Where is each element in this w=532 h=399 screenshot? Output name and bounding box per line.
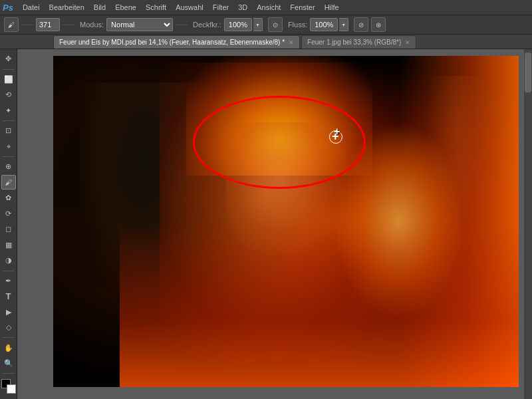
dodge-icon: ◑: [5, 256, 12, 265]
tool-divider5: [3, 337, 15, 338]
fluss-dropdown[interactable]: ▼: [339, 18, 348, 31]
deckraft-input[interactable]: [224, 18, 252, 31]
tablet-pressure-btn[interactable]: ⊘: [354, 17, 368, 32]
magic-wand-icon: ✦: [5, 106, 11, 115]
shape-icon: ◇: [6, 323, 11, 332]
tool-lasso[interactable]: ⟲: [1, 88, 16, 102]
gradient-icon: ▦: [5, 241, 12, 249]
tab-feuer1-label: Feuer 1.jpg bei 33,3% (RGB/8*): [307, 39, 401, 46]
options-toolbar: 🖌 Modus: Normal Deckfkr.: ▼ ⊙ Fluss: ▼ ⊘…: [0, 15, 532, 35]
tool-gradient[interactable]: ▦: [1, 238, 16, 253]
menu-auswahl[interactable]: Auswahl: [172, 2, 207, 13]
menu-bar: Ps Datei Bearbeiten Bild Ebene Schrift A…: [0, 0, 532, 15]
tab-feuer1-close[interactable]: ✕: [405, 39, 410, 46]
face-highlight: [226, 122, 346, 255]
scrollbar-thumb[interactable]: [525, 53, 531, 92]
deckraft-dropdown[interactable]: ▼: [253, 18, 263, 31]
tool-divider: [3, 69, 15, 70]
eyedropper-icon: ⌖: [7, 142, 11, 151]
tool-hand[interactable]: ✋: [1, 340, 16, 355]
tool-panel: ✥ ⬜ ⟲ ✦ ⊡ ⌖ ⊕ 🖌 ✿ ⟳ ◻: [0, 49, 17, 399]
zoom-icon: 🔍: [4, 359, 13, 368]
deckraft-label: Deckfkr.:: [193, 21, 221, 29]
divider3: [176, 25, 188, 25]
tool-healing-brush[interactable]: ⊕: [1, 160, 16, 174]
menu-hilfe[interactable]: Hilfe: [321, 2, 343, 13]
crop-icon: ⊡: [5, 126, 11, 135]
document-tabs: Feuer und Eis by MDI.psd bei 14,1% (Feue…: [0, 35, 532, 49]
tool-eyedropper[interactable]: ⌖: [1, 139, 16, 154]
tablet-angle-btn[interactable]: ⊛: [371, 17, 386, 32]
fluss-input[interactable]: [310, 18, 338, 31]
menu-3d[interactable]: 3D: [234, 2, 251, 13]
color-swatches[interactable]: [1, 379, 16, 394]
tool-magic-wand[interactable]: ✦: [1, 103, 16, 118]
path-selection-icon: ▶: [6, 308, 11, 317]
tool-shape[interactable]: ◇: [1, 321, 16, 335]
divider2: [63, 25, 74, 25]
tool-text[interactable]: T: [1, 289, 16, 304]
menu-datei[interactable]: Datei: [19, 2, 44, 13]
modus-select[interactable]: Normal: [106, 18, 173, 31]
tool-dodge[interactable]: ◑: [1, 253, 16, 268]
tool-divider6: [3, 373, 15, 374]
brush-size-input[interactable]: [36, 18, 60, 31]
hand-icon: ✋: [4, 344, 13, 352]
tab-feuer-eis-close[interactable]: ✕: [289, 39, 294, 46]
tool-move[interactable]: ✥: [1, 52, 16, 66]
move-icon: ✥: [5, 55, 11, 63]
background-color[interactable]: [7, 384, 16, 394]
menu-ebene[interactable]: Ebene: [111, 2, 140, 13]
eraser-icon: ◻: [5, 225, 11, 233]
ps-logo: Ps: [3, 3, 13, 13]
divider: [21, 25, 33, 25]
tool-history-brush[interactable]: ⟳: [1, 207, 16, 221]
tool-path-selection[interactable]: ▶: [1, 305, 16, 319]
menu-fenster[interactable]: Fenster: [286, 2, 319, 13]
text-icon: T: [6, 291, 11, 301]
brush-preset-picker[interactable]: 🖌: [4, 17, 19, 32]
tool-crop[interactable]: ⊡: [1, 124, 16, 138]
clone-stamp-icon: ✿: [5, 194, 11, 202]
menu-filter[interactable]: Filter: [209, 2, 233, 13]
tool-divider2: [3, 120, 15, 121]
lasso-icon: ⟲: [5, 90, 11, 99]
tool-divider3: [3, 156, 15, 157]
tab-feuer1[interactable]: Feuer 1.jpg bei 33,3% (RGB/8*) ✕: [301, 35, 416, 49]
tool-clone-stamp[interactable]: ✿: [1, 191, 16, 205]
tool-divider4: [3, 271, 15, 271]
menu-ansicht[interactable]: Ansicht: [253, 2, 285, 13]
tool-marquee-rect[interactable]: ⬜: [1, 72, 16, 86]
airbrush-toggle[interactable]: ⊙: [268, 17, 283, 32]
right-figure: [419, 76, 499, 275]
tab-feuer-eis-label: Feuer und Eis by MDI.psd bei 14,1% (Feue…: [59, 39, 285, 46]
vertical-scrollbar[interactable]: [524, 49, 532, 399]
modus-label: Modus:: [80, 21, 104, 29]
menu-bild[interactable]: Bild: [90, 2, 110, 13]
pen-icon: ✒: [5, 277, 11, 285]
artwork-canvas[interactable]: +: [53, 56, 519, 387]
tool-pen[interactable]: ✒: [1, 273, 16, 288]
artwork-background: [53, 56, 519, 387]
tool-brush[interactable]: 🖌: [1, 175, 16, 190]
brush-icon: 🖌: [5, 178, 12, 186]
healing-brush-icon: ⊕: [5, 162, 11, 171]
menu-schrift[interactable]: Schrift: [142, 2, 170, 13]
fluss-label: Fluss:: [288, 21, 307, 29]
tool-zoom[interactable]: 🔍: [1, 356, 16, 371]
marquee-rect-icon: ⬜: [4, 75, 13, 84]
main-area: ✥ ⬜ ⟲ ✦ ⊡ ⌖ ⊕ 🖌 ✿ ⟳ ◻: [0, 49, 532, 399]
menu-bearbeiten[interactable]: Bearbeiten: [45, 2, 88, 13]
history-brush-icon: ⟳: [5, 209, 11, 218]
tab-feuer-eis[interactable]: Feuer und Eis by MDI.psd bei 14,1% (Feue…: [53, 35, 300, 49]
canvas-area[interactable]: +: [17, 49, 532, 399]
tool-eraser[interactable]: ◻: [1, 222, 16, 237]
